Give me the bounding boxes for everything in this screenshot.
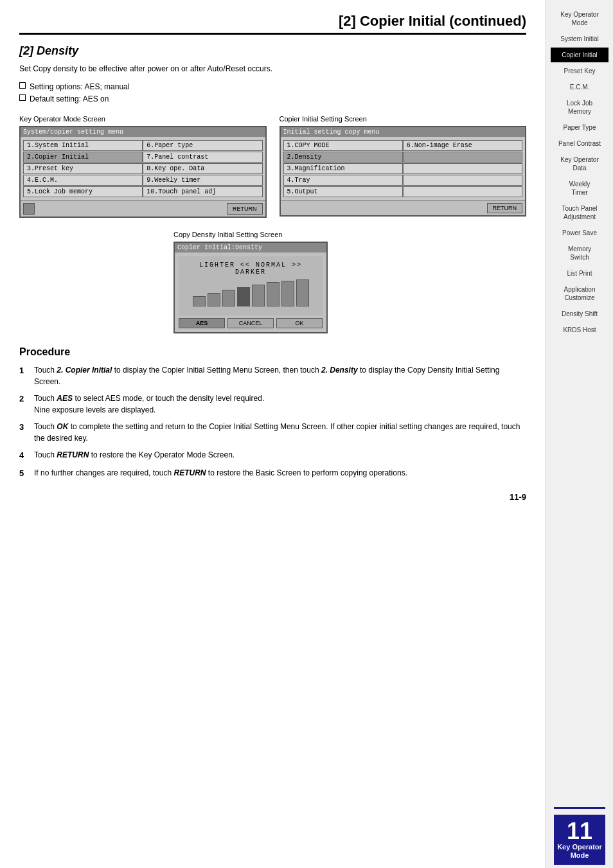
density-bar-8 bbox=[296, 279, 309, 306]
ci-cell bbox=[403, 163, 522, 174]
step-number: 2 bbox=[19, 393, 29, 416]
ci-cell: 1.COPY MODE bbox=[283, 140, 403, 151]
checkbox-icon bbox=[19, 82, 26, 89]
ci-cell: 5.Output bbox=[283, 186, 403, 197]
ko-cell: 9.Weekly timer bbox=[143, 175, 262, 186]
step-text: Touch RETURN to restore the Key Operator… bbox=[34, 449, 526, 462]
ci-cell bbox=[403, 175, 522, 186]
table-row: 1.COPY MODE 6.Non-image Erase bbox=[283, 140, 523, 151]
table-row: 2.Copier Initial 7.Panel contrast bbox=[23, 152, 263, 163]
ci-cell bbox=[403, 152, 522, 163]
sidebar-item-weekly-timer[interactable]: WeeklyTimer bbox=[551, 177, 609, 200]
table-row: 4.Tray bbox=[283, 175, 523, 186]
section-title: [2] Density bbox=[19, 44, 526, 58]
step-text: Touch AES to select AES mode, or touch t… bbox=[34, 393, 526, 416]
page-title: [2] Copier Initial (continued) bbox=[19, 13, 526, 30]
sidebar-bottom: 11 Key OperatorMode bbox=[546, 807, 613, 868]
screenshots-row: Key Operator Mode Screen System/copier s… bbox=[19, 115, 526, 218]
procedure-list: 1 Touch 2. Copier Initial to display the… bbox=[19, 364, 526, 479]
chapter-label: Key OperatorMode bbox=[556, 843, 603, 860]
ko-body: 1.System Initial 6.Paper type 2.Copier I… bbox=[21, 137, 265, 200]
sidebar-item-ecm[interactable]: E.C.M. bbox=[551, 80, 609, 94]
ci-cell: 2.Density bbox=[283, 152, 403, 163]
bold-text: RETURN bbox=[173, 468, 206, 477]
bold-text: AES bbox=[57, 394, 73, 403]
list-item: 4 Touch RETURN to restore the Key Operat… bbox=[19, 449, 526, 462]
ci-body: 1.COPY MODE 6.Non-image Erase 2.Density … bbox=[281, 137, 526, 200]
setting-options: Setting options: AES; manual Default set… bbox=[19, 81, 526, 105]
sidebar-item-list-print[interactable]: List Print bbox=[551, 266, 609, 281]
copier-initial-screenshot: Copier Initial Setting Screen Initial se… bbox=[280, 115, 527, 217]
copier-initial-screen: Initial setting copy menu 1.COPY MODE 6.… bbox=[280, 126, 527, 217]
ko-cell: 1.System Initial bbox=[23, 140, 143, 151]
density-buttons: AES CANCEL OK bbox=[179, 318, 323, 328]
ko-cell: 2.Copier Initial bbox=[23, 152, 143, 163]
key-operator-screenshot: Key Operator Mode Screen System/copier s… bbox=[19, 115, 267, 218]
density-bars bbox=[184, 279, 317, 306]
sidebar-badge: 11 Key OperatorMode bbox=[554, 815, 605, 865]
aes-button[interactable]: AES bbox=[179, 318, 225, 328]
step-number: 3 bbox=[19, 421, 29, 444]
sidebar-item-paper-type[interactable]: Paper Type bbox=[551, 120, 609, 135]
density-label: Copy Density Initial Setting Screen bbox=[173, 231, 526, 238]
main-content: [2] Copier Initial (continued) [2] Densi… bbox=[0, 0, 546, 868]
page-number: 11-9 bbox=[510, 492, 526, 502]
chapter-number: 11 bbox=[556, 820, 603, 843]
ko-cell: 7.Panel contrast bbox=[143, 152, 262, 163]
ok-button[interactable]: OK bbox=[276, 318, 323, 328]
sidebar-item-copier-initial[interactable]: Copier Initial bbox=[551, 48, 609, 62]
density-title: Copier Initial:Density bbox=[175, 243, 326, 252]
bold-text: OK bbox=[57, 422, 68, 431]
procedure-section: Procedure 1 Touch 2. Copier Initial to d… bbox=[19, 346, 526, 479]
page-header: [2] Copier Initial (continued) bbox=[19, 13, 526, 35]
table-row: 2.Density bbox=[283, 152, 523, 163]
table-row: 4.E.C.M. 9.Weekly timer bbox=[23, 175, 263, 186]
ci-return-button[interactable]: RETURN bbox=[487, 203, 523, 213]
table-row: 3.Magnification bbox=[283, 163, 523, 174]
sidebar-item-memory-switch[interactable]: MemorySwitch bbox=[551, 242, 609, 265]
step-number: 1 bbox=[19, 364, 29, 387]
density-bar-7 bbox=[281, 281, 294, 306]
ko-title: System/copier setting menu bbox=[21, 127, 265, 137]
key-operator-screen: System/copier setting menu 1.System Init… bbox=[19, 126, 267, 218]
step-text: If no further changes are required, touc… bbox=[34, 467, 526, 480]
ko-cell: 5.Lock Job memory bbox=[23, 186, 143, 197]
step-text: Touch 2. Copier Initial to display the C… bbox=[34, 364, 526, 387]
table-row: 3.Preset key 8.Key ope. Data bbox=[23, 163, 263, 174]
section-description: Set Copy density to be effective after p… bbox=[19, 63, 526, 75]
list-item: 5 If no further changes are required, to… bbox=[19, 467, 526, 480]
ko-cell: 4.E.C.M. bbox=[23, 175, 143, 186]
sidebar-item-key-operator-data[interactable]: Key OperatorData bbox=[551, 152, 609, 175]
ci-cell: 3.Magnification bbox=[283, 163, 403, 174]
sidebar-item-lock-job-memory[interactable]: Lock JobMemory bbox=[551, 96, 609, 119]
sidebar-item-touch-panel-adjustment[interactable]: Touch PanelAdjustment bbox=[551, 201, 609, 224]
procedure-title: Procedure bbox=[19, 346, 526, 358]
table-row: 1.System Initial 6.Paper type bbox=[23, 140, 263, 151]
density-screenshot-section: Copy Density Initial Setting Screen Copi… bbox=[173, 231, 526, 333]
ko-return-button[interactable]: RETURN bbox=[227, 203, 263, 215]
density-bar-5 bbox=[252, 285, 265, 306]
step-text: Touch OK to complete the setting and ret… bbox=[34, 421, 526, 444]
cancel-button[interactable]: CANCEL bbox=[227, 318, 274, 328]
page-container: [2] Copier Initial (continued) [2] Densi… bbox=[0, 0, 613, 868]
sidebar-item-system-initial[interactable]: System Initial bbox=[551, 31, 609, 46]
step-number: 5 bbox=[19, 467, 29, 480]
sidebar-item-panel-contrast[interactable]: Panel Contrast bbox=[551, 136, 609, 151]
ko-cell: 10.Touch panel adj bbox=[143, 186, 262, 197]
list-item: 2 Touch AES to select AES mode, or touch… bbox=[19, 393, 526, 416]
sidebar-item-application-customize[interactable]: ApplicationCustomize bbox=[551, 282, 609, 305]
copier-initial-label: Copier Initial Setting Screen bbox=[280, 115, 527, 123]
sidebar-item-krds-host[interactable]: KRDS Host bbox=[551, 323, 609, 337]
page-number-area: 11-9 bbox=[19, 492, 526, 502]
ci-cell: 4.Tray bbox=[283, 175, 403, 186]
density-bar-2 bbox=[208, 293, 220, 306]
list-item: 1 Touch 2. Copier Initial to display the… bbox=[19, 364, 526, 387]
table-row: 5.Lock Job memory 10.Touch panel adj bbox=[23, 186, 263, 197]
key-operator-label: Key Operator Mode Screen bbox=[19, 115, 267, 123]
sidebar-item-power-save[interactable]: Power Save bbox=[551, 226, 609, 240]
density-bar-4 bbox=[237, 287, 250, 306]
sidebar-item-key-operator-mode[interactable]: Key OperatorMode bbox=[551, 7, 609, 30]
ci-title: Initial setting copy menu bbox=[281, 127, 526, 137]
sidebar-item-density-shift[interactable]: Density Shift bbox=[551, 306, 609, 321]
sidebar-item-preset-key[interactable]: Preset Key bbox=[551, 64, 609, 78]
